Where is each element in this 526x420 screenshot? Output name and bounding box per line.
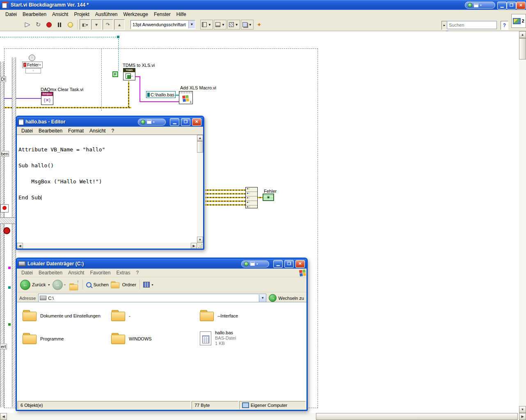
file-list[interactable]: Dokumente und Einstellungen - --Interfac… [17, 302, 306, 401]
explorer-menu-ansicht[interactable]: Ansicht [65, 269, 87, 276]
menu-fenster[interactable]: Fenster [151, 11, 174, 18]
pause-button[interactable] [55, 20, 64, 30]
gadget-dropdown-icon[interactable]: ▾ [256, 262, 258, 265]
error-wire[interactable] [205, 189, 245, 191]
editor-gadget-pill[interactable]: ▾ [138, 119, 166, 126]
cleanup-diagram-button[interactable]: ✦ [254, 20, 264, 30]
explorer-minimize-button[interactable]: ▁ [273, 260, 283, 268]
gadget-window-icon[interactable] [147, 120, 151, 124]
align-objects-dropdown[interactable]: ▼ [200, 20, 213, 30]
scroll-right-icon[interactable]: ▶ [519, 413, 526, 420]
vscroll-thumb[interactable] [519, 38, 526, 59]
search-dropdown-button[interactable]: ▸ [441, 21, 447, 30]
error-in-terminal[interactable]: ▿ [25, 68, 41, 73]
editor-text-area[interactable]: Attribute VB_Name = "hallo" Sub hallo() … [17, 135, 203, 249]
explorer-menu-extras[interactable]: Extras [113, 269, 133, 276]
teal-dashed-wire[interactable] [0, 37, 118, 37]
distribute-objects-dropdown[interactable]: ▼ [214, 20, 226, 30]
tdms-to-xls-node[interactable]: TDMS ⌐ [123, 68, 135, 80]
views-button[interactable]: ▼ [143, 282, 154, 288]
gadget-dropdown-icon[interactable]: ▾ [153, 121, 155, 123]
forward-button[interactable]: →▼ [53, 280, 66, 290]
explorer-maximize-button[interactable]: ❐ [284, 260, 294, 268]
daqmx-task-wire[interactable] [0, 98, 42, 99]
go-button[interactable]: → Wechseln zu [269, 294, 304, 302]
font-dropdown-icon[interactable]: ▼ [188, 21, 195, 28]
add-xls-macro-node[interactable]: 1 [179, 91, 193, 104]
list-item[interactable]: WINDOWS [111, 333, 152, 344]
error-wire[interactable] [205, 193, 245, 194]
restore-button[interactable]: ❐ [507, 2, 516, 9]
editor-close-button[interactable]: ✕ [192, 118, 201, 126]
close-button[interactable]: ✕ [516, 2, 526, 9]
window-gadget-pill[interactable]: ▾ [465, 2, 495, 9]
step-into-button[interactable]: ▾ [91, 19, 102, 30]
scroll-up-icon[interactable]: ▲ [519, 31, 526, 38]
false-constant[interactable]: F [112, 71, 118, 77]
run-continuous-button[interactable]: ↻ [33, 20, 43, 30]
error-in-control[interactable]: ! Fehler ▸ [22, 62, 43, 68]
list-item[interactable]: Programme [23, 333, 64, 344]
path-constant[interactable]: C:\hallo.bas [146, 91, 176, 98]
editor-menu-datei[interactable]: Datei [18, 127, 36, 135]
error-out-indicator[interactable]: ▣ [263, 194, 274, 201]
gadget-orb-icon[interactable] [468, 3, 472, 7]
error-wire[interactable] [205, 201, 245, 202]
list-item[interactable]: hallo.bas BAS-Datei 1 KB [200, 330, 236, 346]
step-out-button[interactable]: ▴ [114, 19, 125, 30]
reorder-dropdown[interactable]: ▼ [241, 20, 254, 30]
help-button[interactable]: ? [501, 21, 508, 30]
error-cluster-icon[interactable]: ⁘ [29, 55, 35, 61]
back-button[interactable]: ←Zurück▼ [20, 280, 50, 290]
list-item[interactable]: Dokumente und Einstellungen [23, 310, 101, 321]
main-titlebar[interactable]: Start.vi Blockdiagramm Ver. 144 * ▾ ▁ ❐ … [0, 0, 526, 10]
hscroll-thumb[interactable] [316, 413, 518, 420]
resize-grip[interactable] [197, 243, 203, 249]
explorer-gadget-pill[interactable]: ▾ [241, 260, 269, 267]
explorer-menu-datei[interactable]: Datei [18, 269, 36, 276]
error-wire[interactable] [205, 197, 245, 198]
explorer-close-button[interactable]: ✕ [295, 260, 305, 268]
abort-button[interactable] [44, 20, 54, 30]
gadget-window-icon[interactable] [474, 3, 478, 7]
menu-ansicht[interactable]: Ansicht [49, 11, 71, 18]
minimize-button[interactable]: ▁ [497, 2, 507, 9]
address-dropdown-icon[interactable]: ▼ [259, 294, 266, 302]
gadget-window-icon[interactable] [250, 262, 255, 266]
font-selector[interactable]: 13pt Anwendungsschriftart ▼ [130, 20, 195, 29]
folders-button[interactable]: Ordner [111, 279, 136, 290]
back-dropdown-icon[interactable]: ▼ [48, 283, 50, 286]
explorer-window[interactable]: Lokaler Datenträger (C:) ▾ ▁ ❐ ✕ Datei B… [16, 258, 308, 411]
stop-led[interactable] [3, 227, 10, 234]
stop-led[interactable] [0, 204, 9, 212]
gadget-orb-icon[interactable] [244, 262, 249, 266]
editor-vscrollbar[interactable]: ▲ ▼ [197, 135, 203, 243]
error-wire[interactable] [205, 204, 245, 205]
forward-dropdown-icon[interactable]: ▼ [64, 283, 66, 286]
error-wire[interactable] [128, 81, 129, 107]
explorer-menu-bearbeiten[interactable]: Bearbeiten [36, 269, 65, 276]
bundle-node[interactable]: ►⁞ ►⁞ ►⁞ ►⁞ ►⁞ [245, 187, 258, 208]
list-item[interactable]: --Interface [200, 310, 238, 321]
scroll-down-icon[interactable]: ▼ [519, 406, 526, 413]
search-input[interactable] [447, 21, 497, 29]
highlight-execution-icon[interactable] [65, 20, 75, 30]
running-vis-indicator[interactable]: 2 [511, 14, 526, 28]
editor-maximize-button[interactable]: ❐ [181, 118, 190, 126]
gadget-orb-icon[interactable] [141, 120, 145, 124]
editor-menu-ansicht[interactable]: Ansicht [87, 127, 108, 135]
search-button[interactable]: Suchen [86, 282, 109, 288]
main-hscrollbar[interactable]: ◀ ▶ [0, 413, 526, 420]
menu-projekt[interactable]: Projekt [71, 11, 92, 18]
step-over-button[interactable]: ↷ [103, 19, 113, 30]
sequence-border[interactable] [101, 48, 102, 111]
editor-window[interactable]: hallo.bas - Editor ▾ ▁ ❐ ✕ Datei Bearbei… [16, 116, 204, 250]
explorer-menu-help[interactable]: ? [133, 269, 300, 276]
editor-menu-format[interactable]: Format [65, 127, 87, 135]
search-box[interactable] [447, 21, 497, 29]
up-button[interactable]: ↑ [69, 280, 79, 290]
menu-hilfe[interactable]: Hilfe [174, 11, 189, 18]
views-dropdown-icon[interactable]: ▼ [151, 283, 154, 286]
explorer-titlebar[interactable]: Lokaler Datenträger (C:) ▾ ▁ ❐ ✕ [17, 259, 306, 269]
menu-werkzeuge[interactable]: Werkzeuge [120, 11, 151, 18]
